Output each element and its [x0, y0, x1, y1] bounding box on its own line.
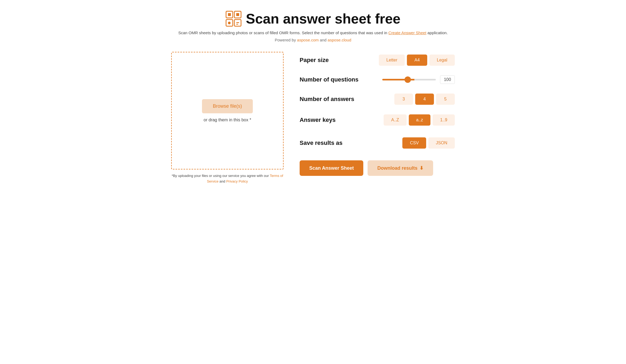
- questions-slider[interactable]: [382, 79, 436, 80]
- page-title: Scan answer sheet free: [246, 12, 400, 26]
- svg-rect-7: [236, 22, 239, 23]
- save-results-control: CSV JSON: [402, 137, 455, 149]
- num-questions-control: 100: [382, 75, 455, 84]
- action-buttons: Scan Answer Sheet Download results ⬇: [300, 160, 455, 176]
- answer-keys-az-lower[interactable]: a..z: [409, 114, 431, 126]
- answer-keys-control: A..Z a..z 1..9: [384, 114, 455, 126]
- num-questions-row: Number of questions 100: [300, 75, 455, 84]
- download-icon: ⬇: [419, 165, 423, 171]
- answer-keys-az-upper[interactable]: A..Z: [384, 114, 406, 126]
- questions-value: 100: [440, 75, 455, 84]
- omr-icon: [226, 11, 242, 27]
- download-results-label: Download results: [377, 165, 417, 171]
- num-questions-label: Number of questions: [300, 76, 358, 83]
- header-subtitle: Scan OMR sheets by uploading photos or s…: [171, 30, 455, 35]
- num-answers-3[interactable]: 3: [394, 94, 413, 105]
- save-results-csv[interactable]: CSV: [402, 137, 426, 149]
- save-results-json[interactable]: JSON: [428, 137, 455, 149]
- svg-point-6: [228, 22, 231, 24]
- main-content: Browse file(s) or drag them in this box …: [171, 52, 455, 184]
- svg-rect-5: [236, 13, 239, 16]
- privacy-policy-link[interactable]: Privacy Policy: [226, 179, 248, 183]
- paper-size-a4[interactable]: A4: [407, 55, 427, 66]
- aspose-cloud-link[interactable]: aspose.cloud: [328, 38, 351, 42]
- svg-rect-4: [228, 13, 231, 16]
- save-results-label: Save results as: [300, 140, 353, 146]
- num-answers-label: Number of answers: [300, 96, 354, 103]
- settings-section: Paper size Letter A4 Legal Number of que…: [300, 52, 455, 176]
- paper-size-legal[interactable]: Legal: [429, 55, 455, 66]
- paper-size-letter[interactable]: Letter: [379, 55, 405, 66]
- drag-text: or drag them in this box *: [204, 118, 251, 122]
- num-answers-4[interactable]: 4: [415, 94, 434, 105]
- answer-keys-label: Answer keys: [300, 117, 353, 123]
- num-answers-5[interactable]: 5: [436, 94, 455, 105]
- download-results-button[interactable]: Download results ⬇: [368, 160, 433, 176]
- answer-keys-19[interactable]: 1..9: [433, 114, 455, 126]
- answer-keys-row: Answer keys A..Z a..z 1..9: [300, 114, 455, 126]
- paper-size-control: Letter A4 Legal: [379, 55, 455, 66]
- num-answers-row: Number of answers 3 4 5: [300, 94, 455, 105]
- paper-size-label: Paper size: [300, 57, 353, 64]
- page-header: Scan answer sheet free Scan OMR sheets b…: [171, 11, 455, 42]
- num-answers-control: 3 4 5: [394, 94, 455, 105]
- upload-section: Browse file(s) or drag them in this box …: [171, 52, 284, 184]
- svg-rect-8: [236, 24, 238, 25]
- upload-dropzone[interactable]: Browse file(s) or drag them in this box …: [171, 52, 284, 169]
- create-answer-sheet-link[interactable]: Create Answer Sheet: [388, 30, 426, 35]
- upload-footnote: *By uploading your files or using our se…: [171, 173, 284, 184]
- scan-answer-sheet-button[interactable]: Scan Answer Sheet: [300, 160, 363, 176]
- paper-size-row: Paper size Letter A4 Legal: [300, 55, 455, 66]
- aspose-com-link[interactable]: aspose.com: [297, 38, 319, 42]
- powered-by: Powered by aspose.com and aspose.cloud: [171, 38, 455, 42]
- save-results-row: Save results as CSV JSON: [300, 137, 455, 149]
- browse-files-button[interactable]: Browse file(s): [202, 99, 253, 113]
